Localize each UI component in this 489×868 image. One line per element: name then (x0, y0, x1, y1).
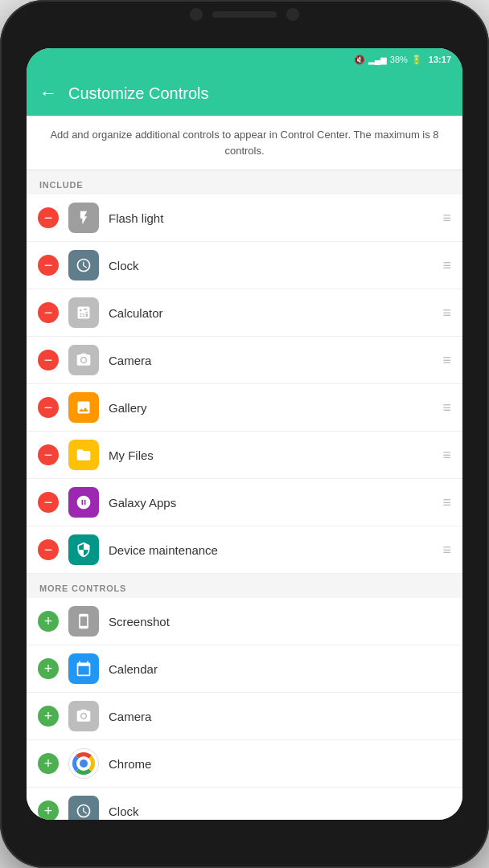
signal-icon: ▂▄▆ (368, 55, 387, 64)
drag-handle-galaxyapps[interactable]: ≡ (442, 494, 451, 511)
list-item: − My Files ≡ (27, 432, 462, 479)
myfiles-icon (68, 440, 99, 470)
list-item: + Clock (27, 788, 462, 820)
remove-calculator-button[interactable]: − (38, 302, 59, 323)
list-item: − Calculator ≡ (27, 289, 462, 337)
flashlight-icon (68, 203, 99, 233)
list-item: − Gallery ≡ (27, 384, 462, 432)
add-camera2-button[interactable]: + (38, 706, 59, 727)
remove-myfiles-button[interactable]: − (38, 444, 59, 465)
devicemaint-icon (68, 534, 99, 565)
remove-galaxyapps-button[interactable]: − (38, 492, 59, 513)
screenshot-icon (68, 606, 99, 637)
list-item: + Calendar (27, 645, 462, 693)
more-controls-section-label: MORE CONTROLS (27, 574, 462, 598)
include-section-label: INCLUDE (27, 170, 462, 194)
drag-handle-clock[interactable]: ≡ (442, 257, 451, 274)
remove-flashlight-button[interactable]: − (38, 207, 59, 228)
gallery-icon (68, 392, 99, 423)
status-bar: 🔇 ▂▄▆ 38% 🔋 13:17 (27, 48, 462, 71)
calendar-label: Calendar (109, 662, 451, 676)
screenshot-label: Screenshot (109, 615, 451, 628)
phone-frame: 🔇 ▂▄▆ 38% 🔋 13:17 ← Customize Controls A… (0, 0, 489, 868)
list-item: + Camera (27, 693, 462, 740)
camera2-icon (68, 701, 99, 731)
description-text: Add and organize additional controls to … (27, 116, 462, 170)
chrome-label: Chrome (109, 757, 451, 771)
clock2-icon (68, 796, 99, 820)
drag-handle-gallery[interactable]: ≡ (442, 399, 451, 416)
list-item: − Camera ≡ (27, 337, 462, 384)
remove-devmaint-button[interactable]: − (38, 539, 59, 560)
gallery-label: Gallery (109, 401, 433, 415)
remove-clock-button[interactable]: − (38, 255, 59, 276)
battery-text: 38% (390, 55, 408, 64)
content-scroll[interactable]: INCLUDE − Flash light ≡ − Clock ≡ (27, 170, 462, 820)
galaxyapps-label: Galaxy Apps (109, 496, 433, 510)
header: ← Customize Controls (27, 71, 462, 116)
camera2-label: Camera (109, 710, 451, 723)
page-title: Customize Controls (68, 84, 209, 103)
front-camera (190, 8, 203, 21)
status-icons: 🔇 ▂▄▆ 38% 🔋 13:17 (354, 55, 451, 65)
time-display: 13:17 (429, 55, 451, 64)
add-screenshot-button[interactable]: + (38, 611, 59, 632)
battery-icon: 🔋 (411, 55, 422, 65)
list-item: + Chrome (27, 740, 462, 788)
devicemaint-label: Device maintenance (109, 543, 433, 557)
list-item: − Galaxy Apps ≡ (27, 479, 462, 526)
galaxyapps-icon (68, 487, 99, 518)
mute-icon: 🔇 (354, 55, 365, 65)
flashlight-label: Flash light (109, 211, 433, 225)
add-chrome-button[interactable]: + (38, 753, 59, 774)
speaker (212, 11, 277, 18)
calendar-icon (68, 653, 99, 684)
myfiles-label: My Files (109, 448, 433, 462)
camera-icon (68, 345, 99, 375)
drag-handle-devmaint[interactable]: ≡ (442, 542, 451, 559)
back-button[interactable]: ← (39, 83, 57, 104)
calculator-icon (68, 297, 99, 328)
add-clock2-button[interactable]: + (38, 800, 59, 820)
clock-icon (68, 250, 99, 280)
sensor (286, 8, 299, 21)
list-item: − Flash light ≡ (27, 194, 462, 242)
calculator-label: Calculator (109, 306, 433, 320)
drag-handle-myfiles[interactable]: ≡ (442, 447, 451, 464)
drag-handle-flashlight[interactable]: ≡ (442, 210, 451, 227)
chrome-icon (68, 748, 99, 779)
list-item: − Clock ≡ (27, 242, 462, 289)
drag-handle-calculator[interactable]: ≡ (442, 305, 451, 321)
list-item: − Device maintenance ≡ (27, 526, 462, 574)
add-calendar-button[interactable]: + (38, 658, 59, 679)
remove-camera-button[interactable]: − (38, 350, 59, 371)
notch-area (0, 8, 489, 21)
clock2-label: Clock (109, 805, 451, 818)
list-item: + Screenshot (27, 598, 462, 645)
drag-handle-camera[interactable]: ≡ (442, 352, 451, 369)
phone-screen: 🔇 ▂▄▆ 38% 🔋 13:17 ← Customize Controls A… (27, 48, 462, 820)
clock-label: Clock (109, 259, 433, 272)
remove-gallery-button[interactable]: − (38, 397, 59, 418)
camera-include-label: Camera (109, 354, 433, 367)
